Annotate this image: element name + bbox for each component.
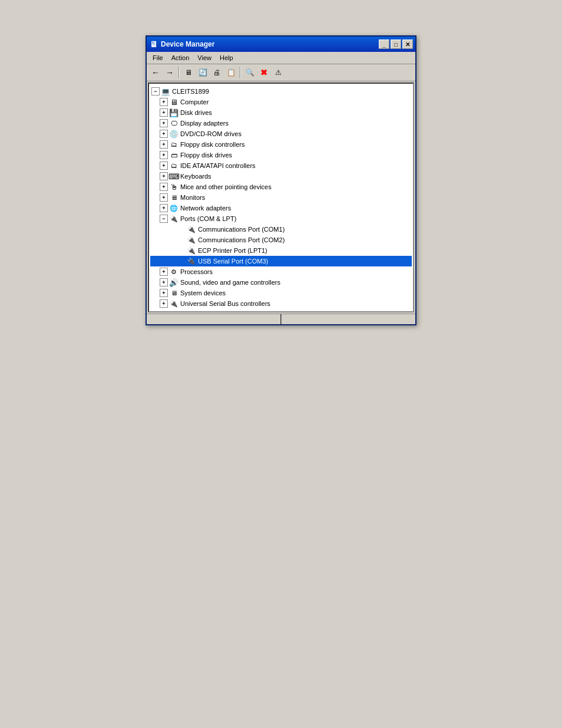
computer-expand[interactable]: + [160, 98, 168, 106]
ide-expand[interactable]: + [160, 162, 168, 170]
ports-label: Ports (COM & LPT) [180, 215, 236, 222]
tree-item-keyboards[interactable]: + ⌨ Keyboards [150, 171, 412, 182]
tree-item-sound[interactable]: + 🔊 Sound, video and game controllers [150, 277, 412, 288]
floppy-drives-label: Floppy disk drives [180, 151, 232, 159]
tree-item-ide[interactable]: + 🗂 IDE ATA/ATAPI controllers [150, 160, 412, 171]
menu-view[interactable]: View [194, 53, 215, 62]
device-tree[interactable]: − 💻 CLEITS1899 + 🖥 Computer + 💾 Disk dri… [148, 83, 414, 312]
display-adapters-expand[interactable]: + [160, 119, 168, 127]
sound-expand[interactable]: + [160, 278, 168, 286]
mice-icon: 🖱 [169, 182, 178, 192]
processors-label: Processors [180, 268, 213, 275]
com3-icon: 🔌 [187, 256, 196, 266]
com2-label: Communications Port (COM2) [198, 236, 285, 243]
uninstall-button[interactable]: ⚠ [272, 66, 285, 79]
title-bar: 🖥 Device Manager _ □ ✕ [147, 37, 415, 52]
tree-item-monitors[interactable]: + 🖥 Monitors [150, 192, 412, 203]
forward-button[interactable]: → [163, 66, 176, 79]
ide-icon: 🗂 [169, 161, 178, 170]
tree-item-usb[interactable]: + 🔌 Universal Serial Bus controllers [150, 298, 412, 309]
tree-item-system-devices[interactable]: + 🖥 System devices [150, 288, 412, 298]
refresh-button[interactable]: 🔄 [196, 66, 209, 79]
floppy-controllers-icon: 🗂 [169, 140, 178, 149]
menu-file[interactable]: File [149, 53, 167, 62]
usb-icon: 🔌 [169, 299, 178, 308]
keyboards-expand[interactable]: + [160, 172, 168, 180]
close-button[interactable]: ✕ [402, 39, 413, 49]
status-pane-2 [282, 314, 415, 324]
ide-label: IDE ATA/ATAPI controllers [180, 162, 256, 169]
processors-icon: ⚙ [169, 267, 178, 276]
tree-item-floppy-drives[interactable]: + 🗃 Floppy disk drives [150, 150, 412, 160]
floppy-controllers-expand[interactable]: + [160, 140, 168, 149]
back-button[interactable]: ← [149, 66, 162, 79]
title-bar-icon: 🖥 [149, 39, 158, 49]
system-devices-expand[interactable]: + [160, 289, 168, 297]
display-adapters-label: Display adapters [180, 120, 229, 127]
floppy-drives-icon: 🗃 [169, 150, 178, 160]
computer-icon: 🖥 [169, 97, 178, 107]
dvd-drives-expand[interactable]: + [160, 130, 168, 138]
title-bar-buttons: _ □ ✕ [379, 39, 413, 49]
tree-item-com2[interactable]: 🔌 Communications Port (COM2) [150, 235, 412, 245]
floppy-controllers-label: Floppy disk controllers [180, 141, 244, 148]
sound-label: Sound, video and game controllers [180, 279, 280, 286]
menu-help[interactable]: Help [216, 53, 237, 62]
root-expand[interactable]: − [151, 87, 160, 95]
tree-item-floppy-controllers[interactable]: + 🗂 Floppy disk controllers [150, 139, 412, 150]
computer-label: Computer [180, 98, 209, 106]
device-manager-window: 🖥 Device Manager _ □ ✕ File Action View … [146, 35, 416, 325]
menu-bar: File Action View Help [147, 52, 415, 64]
status-pane-1 [147, 314, 282, 324]
tree-item-ports[interactable]: − 🔌 Ports (COM & LPT) [150, 213, 412, 224]
tree-item-mice[interactable]: + 🖱 Mice and other pointing devices [150, 182, 412, 192]
com2-icon: 🔌 [187, 235, 196, 245]
maximize-button[interactable]: □ [391, 39, 401, 49]
com3-label: USB Serial Port (COM3) [198, 258, 268, 265]
menu-action[interactable]: Action [168, 53, 193, 62]
remove-button[interactable]: ✖ [257, 66, 270, 79]
network-icon: 🌐 [169, 203, 178, 213]
tree-item-computer[interactable]: + 🖥 Computer [150, 97, 412, 107]
disk-drives-expand[interactable]: + [160, 108, 168, 117]
tree-item-network[interactable]: + 🌐 Network adapters [150, 203, 412, 213]
dvd-drives-icon: 💿 [169, 129, 178, 139]
monitors-icon: 🖥 [169, 193, 178, 202]
usb-label: Universal Serial Bus controllers [180, 300, 270, 307]
keyboards-label: Keyboards [180, 173, 211, 180]
tree-item-lpt1[interactable]: 🔌 ECP Printer Port (LPT1) [150, 245, 412, 256]
network-expand[interactable]: + [160, 204, 168, 212]
tree-item-dvd-drives[interactable]: + 💿 DVD/CD-ROM drives [150, 129, 412, 139]
tree-root[interactable]: − 💻 CLEITS1899 [150, 86, 412, 97]
toolbar-separator-2 [240, 67, 241, 78]
scan-button[interactable]: 🔍 [243, 66, 256, 79]
monitors-expand[interactable]: + [160, 193, 168, 202]
display-adapters-icon: 🖵 [169, 118, 178, 128]
tree-item-com3[interactable]: 🔌 USB Serial Port (COM3) [150, 256, 412, 266]
network-label: Network adapters [180, 205, 231, 212]
system-devices-label: System devices [180, 289, 226, 297]
minimize-button[interactable]: _ [379, 39, 389, 49]
ports-icon: 🔌 [169, 214, 178, 223]
tree-item-processors[interactable]: + ⚙ Processors [150, 266, 412, 277]
tree-item-com1[interactable]: 🔌 Communications Port (COM1) [150, 224, 412, 235]
com1-icon: 🔌 [187, 225, 196, 234]
mice-label: Mice and other pointing devices [180, 183, 272, 190]
computer-button[interactable]: 🖥 [182, 66, 195, 79]
disk-drives-icon: 💾 [169, 108, 178, 117]
lpt1-label: ECP Printer Port (LPT1) [198, 247, 267, 254]
processors-expand[interactable]: + [160, 268, 168, 276]
com1-label: Communications Port (COM1) [198, 226, 285, 233]
properties-button[interactable]: 📋 [224, 66, 237, 79]
tree-item-display-adapters[interactable]: + 🖵 Display adapters [150, 118, 412, 129]
mice-expand[interactable]: + [160, 183, 168, 191]
root-label: CLEITS1899 [172, 88, 209, 95]
lpt1-icon: 🔌 [187, 246, 196, 255]
tree-item-disk-drives[interactable]: + 💾 Disk drives [150, 107, 412, 118]
usb-expand[interactable]: + [160, 299, 168, 308]
ports-expand[interactable]: − [160, 215, 168, 223]
print-button[interactable]: 🖨 [210, 66, 223, 79]
title-bar-text: Device Manager [161, 40, 379, 48]
keyboards-icon: ⌨ [169, 172, 178, 181]
floppy-drives-expand[interactable]: + [160, 151, 168, 159]
